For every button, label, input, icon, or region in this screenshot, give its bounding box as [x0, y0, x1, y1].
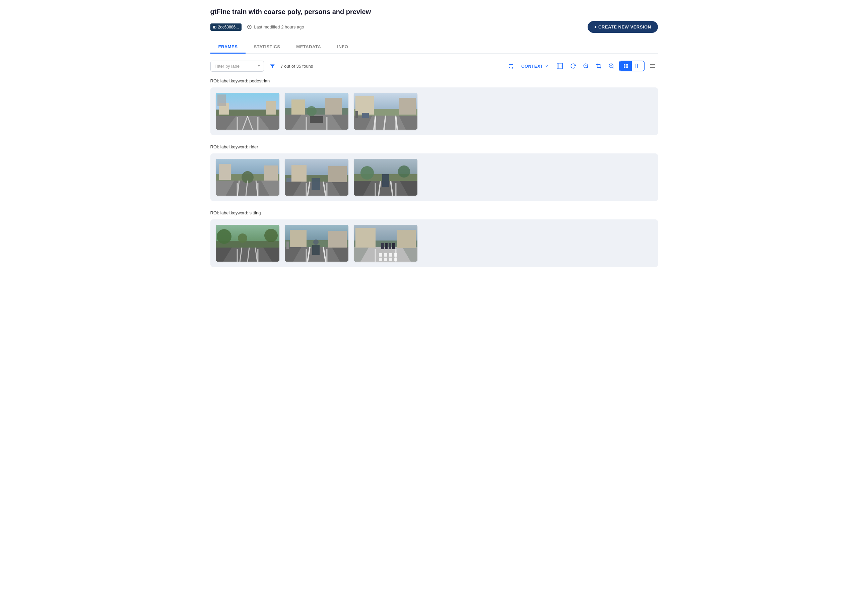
menu-icon [649, 63, 656, 69]
svg-rect-59 [219, 164, 231, 180]
svg-point-42 [307, 106, 316, 116]
svg-rect-60 [264, 166, 278, 181]
svg-rect-115 [379, 253, 382, 257]
svg-rect-19 [626, 66, 628, 68]
frame-card[interactable] [354, 159, 417, 195]
history-icon [247, 25, 252, 29]
frame-card[interactable] [285, 159, 349, 195]
refresh-button[interactable] [568, 61, 578, 71]
sort-icon [508, 63, 514, 69]
svg-line-31 [243, 116, 248, 130]
svg-rect-20 [636, 64, 637, 68]
tab-statistics[interactable]: STATISTICS [246, 41, 288, 54]
svg-line-93 [255, 248, 257, 262]
tab-metadata[interactable]: METADATA [288, 41, 329, 54]
frame-card[interactable] [216, 93, 279, 130]
svg-line-32 [248, 116, 253, 130]
svg-rect-111 [381, 243, 384, 249]
page-title: gtFine train with coarse poly, persons a… [210, 8, 658, 16]
tabs-bar: FRAMES STATISTICS METADATA INFO [210, 41, 658, 54]
frame-card[interactable] [354, 225, 417, 262]
roi-section-pedestrian: ROI: label.keyword: pedestrian [210, 78, 658, 135]
frame-image [216, 159, 279, 195]
svg-rect-16 [624, 64, 625, 66]
svg-line-103 [307, 247, 310, 262]
svg-rect-101 [312, 245, 319, 255]
svg-marker-47 [366, 116, 406, 130]
roi-section-sitting: ROI: label.keyword: sitting [210, 210, 658, 267]
create-new-version-button[interactable]: + CREATE NEW VERSION [587, 21, 658, 33]
filter-wrapper: Filter by label [210, 60, 264, 72]
frame-card[interactable] [285, 225, 349, 262]
svg-rect-29 [216, 116, 279, 130]
roi-grid-rider [210, 154, 658, 201]
svg-rect-34 [266, 101, 276, 115]
svg-rect-71 [312, 178, 320, 190]
frame-image [354, 225, 417, 262]
context-button[interactable]: CONTEXT [519, 62, 552, 71]
tab-info[interactable]: INFO [329, 41, 356, 54]
main-page: gtFine train with coarse poly, persons a… [200, 0, 669, 284]
svg-rect-121 [389, 257, 392, 261]
svg-point-102 [313, 239, 319, 245]
svg-rect-118 [394, 253, 397, 257]
roi-grid-pedestrian [210, 87, 658, 135]
svg-rect-49 [399, 98, 416, 115]
svg-rect-57 [216, 181, 279, 195]
id-label: ID [213, 25, 217, 29]
list-view-button[interactable] [632, 61, 644, 71]
sort-button[interactable] [506, 61, 516, 71]
svg-line-92 [248, 248, 249, 262]
svg-rect-120 [384, 257, 387, 261]
svg-line-73 [307, 181, 310, 195]
svg-point-80 [398, 166, 410, 178]
svg-rect-109 [355, 228, 375, 248]
toolbar-right: CONTEXT [506, 60, 658, 72]
id-value: 2dc63886... [218, 25, 239, 29]
chevron-down-icon [545, 64, 549, 68]
roi-label-pedestrian: ROI: label.keyword: pedestrian [210, 78, 658, 84]
filter-icon-button[interactable] [268, 62, 277, 70]
frame-image [216, 225, 279, 262]
detail-icon [556, 62, 563, 70]
zoom-in-button[interactable] [606, 61, 617, 71]
sections-container: ROI: label.keyword: pedestrian [210, 78, 658, 267]
detail-view-button[interactable] [554, 60, 566, 72]
svg-rect-18 [624, 66, 625, 68]
roi-label-sitting: ROI: label.keyword: sitting [210, 210, 658, 216]
id-badge: ID 2dc63886... [210, 23, 242, 31]
svg-rect-51 [362, 113, 369, 118]
frame-image [354, 159, 417, 195]
svg-line-62 [237, 181, 239, 195]
svg-rect-81 [382, 174, 389, 187]
svg-rect-77 [354, 181, 417, 195]
zoom-in-icon [608, 63, 614, 69]
svg-line-83 [391, 181, 393, 195]
zoom-out-button[interactable] [581, 61, 591, 71]
frame-image [285, 93, 349, 130]
svg-point-89 [264, 229, 278, 242]
svg-rect-69 [291, 165, 307, 181]
crop-button[interactable] [594, 61, 604, 71]
grid-view-icon [623, 63, 628, 69]
svg-point-90 [238, 234, 247, 243]
frame-card[interactable] [285, 93, 349, 130]
svg-rect-122 [394, 257, 397, 261]
toolbar: Filter by label 7 out of 35 found CON [210, 60, 658, 72]
modified-text: Last modified 2 hours ago [247, 25, 304, 29]
zoom-out-icon [583, 63, 589, 69]
svg-rect-5 [557, 63, 563, 69]
svg-rect-98 [290, 230, 307, 247]
svg-rect-35 [217, 95, 226, 106]
frame-card[interactable] [354, 93, 417, 130]
svg-rect-112 [385, 243, 388, 249]
frame-card[interactable] [216, 225, 279, 262]
grid-view-button[interactable] [620, 61, 632, 71]
frame-card[interactable] [216, 159, 279, 195]
svg-marker-1 [270, 65, 275, 68]
svg-line-10 [587, 67, 588, 68]
svg-line-74 [323, 181, 326, 195]
filter-by-label-select[interactable]: Filter by label [210, 60, 264, 72]
tab-frames[interactable]: FRAMES [210, 41, 246, 54]
menu-button[interactable] [647, 60, 658, 71]
